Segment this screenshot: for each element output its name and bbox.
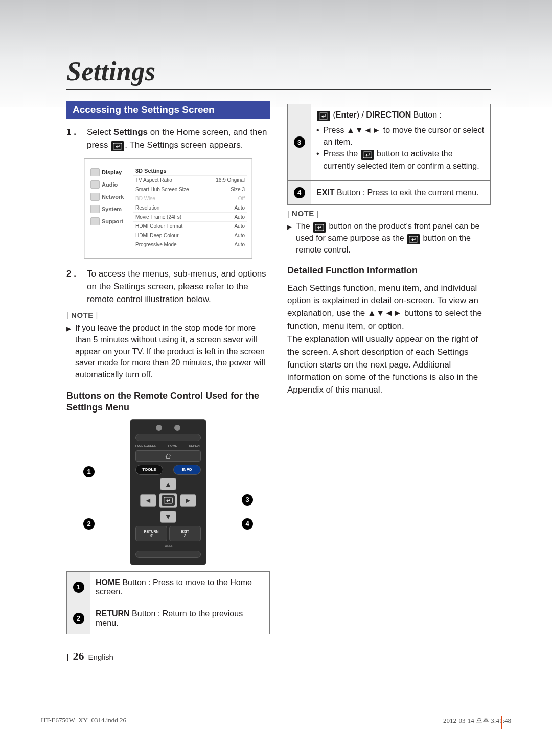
settings-row: HDMI Colour FormatAuto bbox=[133, 221, 247, 231]
dpad-right-icon: ► bbox=[180, 494, 196, 507]
svg-rect-5 bbox=[409, 236, 418, 242]
triangle-bullet-icon: ▶ bbox=[287, 221, 292, 256]
settings-row: Progressive ModeAuto bbox=[133, 240, 247, 249]
tools-button: TOOLS bbox=[135, 465, 163, 475]
left-column: Accessing the Settings Screen 1 . Select… bbox=[66, 101, 270, 634]
info-button: INFO bbox=[173, 465, 201, 475]
return-button: RETURN↺ bbox=[135, 526, 167, 541]
step-1-text: Select Settings on the Home screen, and … bbox=[87, 126, 270, 151]
badge-2: 2 bbox=[73, 613, 84, 624]
exit-button: EXIT⤴ bbox=[169, 526, 201, 541]
dpad-left-icon: ◄ bbox=[140, 494, 156, 507]
badge-4: 4 bbox=[294, 187, 305, 198]
settings-row: HDMI Deep ColourAuto bbox=[133, 231, 247, 240]
step-number: 2 . bbox=[66, 268, 87, 306]
settings-row: 3D Settings bbox=[133, 166, 247, 175]
svg-rect-0 bbox=[113, 143, 122, 149]
enter-icon bbox=[407, 234, 420, 244]
settings-row: TV Aspect Ratio16:9 Original bbox=[133, 175, 247, 185]
note-item: ▶ The button on the product's front pane… bbox=[287, 221, 491, 256]
table-row: 3 (Enter) / DIRECTION Button : Press ▲▼◄… bbox=[288, 104, 491, 181]
step-2-text: To access the menus, sub-menus, and opti… bbox=[87, 268, 270, 306]
settings-side-item: Support bbox=[89, 215, 129, 227]
table-row: 1 HOME Button : Press to move to the Hom… bbox=[67, 571, 270, 603]
settings-screenshot: DisplayAudioNetworkSystemSupport 3D Sett… bbox=[84, 158, 252, 259]
subheading-detailed: Detailed Function Information bbox=[287, 265, 491, 277]
print-metadata: HT-E6750W_XY_0314.indd 262012-03-14 오후 3… bbox=[41, 716, 511, 725]
settings-row: Movie Frame (24Fs)Auto bbox=[133, 212, 247, 221]
triangle-bullet-icon: ▶ bbox=[66, 323, 71, 381]
settings-row: ResolutionAuto bbox=[133, 203, 247, 212]
settings-side-item: Network bbox=[89, 191, 129, 203]
table-row: 2 RETURN Button : Return to the previous… bbox=[67, 603, 270, 634]
svg-rect-3 bbox=[363, 152, 372, 158]
svg-rect-2 bbox=[319, 113, 328, 119]
settings-row: Smart Hub Screen SizeSize 3 bbox=[133, 185, 247, 194]
dpad-down-icon: ▼ bbox=[160, 511, 176, 523]
note-heading: NOTE bbox=[66, 311, 270, 319]
callout-1: 1 bbox=[83, 466, 95, 477]
settings-side-item: Audio bbox=[89, 178, 129, 191]
right-column: 3 (Enter) / DIRECTION Button : Press ▲▼◄… bbox=[287, 101, 491, 634]
note-item: ▶ If you leave the product in the stop m… bbox=[66, 323, 270, 381]
enter-icon bbox=[111, 141, 124, 151]
badge-1: 1 bbox=[73, 582, 84, 593]
enter-icon bbox=[313, 222, 326, 233]
body-paragraph: Each Settings function, menu item, and i… bbox=[287, 282, 491, 333]
table-row: 4 EXIT Button : Press to exit the curren… bbox=[288, 180, 491, 204]
home-button-icon bbox=[135, 450, 201, 462]
callout-4: 4 bbox=[242, 518, 253, 530]
callout-3: 3 bbox=[242, 494, 253, 506]
step-number: 1 . bbox=[66, 126, 87, 151]
settings-side-item: Display bbox=[89, 166, 129, 178]
dpad-up-icon: ▲ bbox=[160, 478, 176, 490]
section-heading: Accessing the Settings Screen bbox=[66, 101, 270, 119]
enter-icon bbox=[361, 150, 374, 160]
remote-diagram: 1 2 3 4 FULL SCREENHOMEREPEAT TOOLS INFO… bbox=[97, 419, 240, 565]
registration-mark bbox=[501, 716, 502, 729]
svg-rect-1 bbox=[164, 497, 173, 503]
body-paragraph: The explanation will usually appear on t… bbox=[287, 333, 491, 396]
dpad-enter-icon bbox=[159, 493, 177, 508]
svg-rect-4 bbox=[315, 224, 324, 231]
settings-side-item: System bbox=[89, 203, 129, 215]
badge-3: 3 bbox=[294, 136, 305, 148]
button-table-right: 3 (Enter) / DIRECTION Button : Press ▲▼◄… bbox=[287, 104, 491, 205]
callout-2: 2 bbox=[83, 518, 95, 530]
settings-row: BD WiseOff bbox=[133, 194, 247, 203]
page-footer: | 26 English bbox=[66, 650, 113, 663]
note-heading: NOTE bbox=[287, 209, 491, 218]
enter-icon bbox=[317, 111, 330, 121]
subheading-remote: Buttons on the Remote Control Used for t… bbox=[66, 390, 270, 414]
dpad: ▲ ◄ ► ▼ bbox=[140, 478, 196, 523]
button-table-left: 1 HOME Button : Press to move to the Hom… bbox=[66, 571, 270, 634]
chapter-title: Settings bbox=[66, 56, 491, 90]
